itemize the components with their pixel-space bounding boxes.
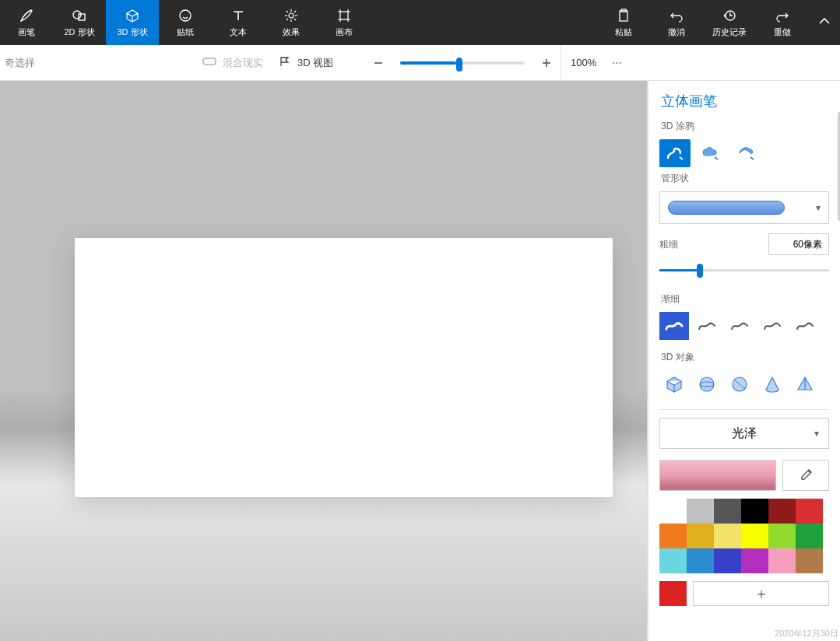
color-swatch[interactable] — [741, 524, 768, 548]
color-swatch[interactable] — [659, 524, 687, 548]
chevron-up-icon — [817, 14, 831, 31]
zoom-controls — [371, 55, 554, 71]
add-color-button[interactable]: ＋ — [693, 581, 829, 606]
svg-point-2 — [180, 10, 191, 21]
color-swatch[interactable] — [796, 548, 823, 573]
date-watermark: 2020年12月30日 — [773, 626, 840, 641]
secondary-bar: 奇选择 混合现实 3D 视图 100% ⋯ — [0, 45, 840, 81]
taper-wave[interactable] — [790, 312, 820, 340]
cloud-brush-tile[interactable] — [695, 139, 726, 167]
color-swatch[interactable] — [687, 524, 714, 548]
tab-effects[interactable]: 效果 — [265, 0, 318, 45]
zoom-slider[interactable] — [400, 61, 525, 65]
svg-line-20 — [715, 157, 718, 159]
color-swatch[interactable] — [796, 524, 823, 548]
ribbon-brush-tile[interactable] — [731, 139, 762, 167]
flag-icon — [279, 55, 291, 70]
tab-3d-shapes[interactable]: 3D 形状 — [106, 0, 159, 45]
svg-point-0 — [73, 11, 81, 19]
select-label: 奇选择 — [5, 56, 35, 70]
view-3d-button[interactable]: 3D 视图 — [279, 55, 333, 70]
material-select[interactable]: 光泽 ▾ — [659, 418, 829, 449]
canvas-viewport[interactable] — [0, 81, 647, 641]
hemisphere-tile[interactable] — [725, 370, 754, 398]
cube-tile[interactable] — [659, 370, 689, 398]
effects-icon — [283, 8, 299, 23]
main-area: 立体画笔 3D 涂鸦 管形状 ▾ 粗细 渐细 3D 对象 — [0, 81, 840, 641]
collapse-panel-button[interactable] — [809, 0, 840, 45]
svg-line-11 — [286, 19, 288, 20]
zoom-out-button[interactable] — [371, 55, 386, 71]
chevron-down-icon: ▾ — [816, 202, 821, 213]
taper-start[interactable] — [692, 312, 722, 340]
cone-tile[interactable] — [757, 370, 787, 398]
taper-end[interactable] — [725, 312, 754, 340]
active-color-swatch[interactable] — [659, 581, 687, 606]
redo-icon — [775, 8, 790, 23]
mixed-reality-icon — [202, 56, 216, 69]
color-swatch[interactable] — [687, 499, 714, 524]
color-swatch[interactable] — [714, 524, 741, 548]
svg-point-3 — [289, 13, 293, 18]
material-label: 光泽 — [732, 426, 757, 442]
pyramid-tile[interactable] — [790, 370, 820, 398]
obj3d-label: 3D 对象 — [661, 351, 829, 364]
history-button[interactable]: 历史记录 — [703, 0, 756, 45]
top-toolbar: 画笔 2D 形状 3D 形状 贴纸 文本 效果 画布 粘贴 撤消 历史记录 重做 — [0, 0, 840, 45]
view3d-label: 3D 视图 — [297, 56, 333, 70]
color-swatch[interactable] — [687, 548, 714, 573]
text-icon — [230, 8, 246, 23]
taper-none[interactable] — [659, 312, 689, 340]
color-swatch[interactable] — [768, 548, 796, 573]
undo-icon — [669, 8, 684, 23]
tab-text[interactable]: 文本 — [212, 0, 265, 45]
color-swatch[interactable] — [768, 499, 796, 524]
color-swatch[interactable] — [796, 499, 823, 524]
svg-line-8 — [286, 11, 288, 12]
tube-shape-label: 管形状 — [661, 172, 829, 185]
paste-icon — [616, 8, 631, 23]
current-color-preview[interactable] — [659, 460, 776, 491]
canvas[interactable] — [75, 238, 613, 497]
svg-line-9 — [294, 19, 296, 20]
svg-rect-13 — [620, 11, 627, 21]
mixed-reality-button[interactable]: 混合现实 — [202, 56, 263, 70]
tube-brush-tile[interactable] — [659, 139, 691, 167]
more-menu-button[interactable]: ⋯ — [606, 57, 627, 68]
button-label: 历史记录 — [712, 26, 747, 38]
svg-line-21 — [750, 157, 754, 159]
taper-label: 渐细 — [661, 292, 829, 306]
brush-icon — [19, 8, 34, 23]
tab-label: 3D 形状 — [117, 26, 147, 38]
undo-button[interactable]: 撤消 — [650, 0, 703, 45]
color-swatch[interactable] — [741, 499, 768, 524]
color-swatch[interactable] — [714, 499, 741, 524]
zoom-in-button[interactable] — [539, 55, 554, 71]
color-swatch[interactable] — [659, 548, 687, 573]
thickness-slider[interactable] — [659, 263, 829, 278]
tab-brush[interactable]: 画笔 — [0, 0, 53, 45]
paste-button[interactable]: 粘贴 — [597, 0, 650, 45]
tab-2d-shapes[interactable]: 2D 形状 — [53, 0, 106, 45]
button-label: 重做 — [774, 26, 791, 38]
tube-shape-select[interactable]: ▾ — [659, 191, 829, 224]
color-swatch[interactable] — [714, 548, 741, 573]
taper-both[interactable] — [757, 312, 787, 340]
tab-stickers[interactable]: 贴纸 — [159, 0, 212, 45]
thickness-input[interactable] — [768, 233, 829, 255]
color-swatch[interactable] — [741, 548, 768, 573]
sphere-tile[interactable] — [692, 370, 722, 398]
shapes2d-icon — [72, 8, 87, 23]
graffiti-row — [659, 139, 829, 167]
history-icon — [722, 8, 737, 23]
color-swatch[interactable] — [768, 524, 796, 548]
color-swatch[interactable] — [659, 499, 687, 524]
tab-canvas[interactable]: 画布 — [318, 0, 371, 45]
cube-icon — [125, 8, 140, 23]
tab-label: 画笔 — [18, 26, 35, 38]
zoom-value[interactable]: 100% — [561, 45, 606, 81]
thickness-label: 粗细 — [659, 238, 678, 251]
eyedropper-button[interactable] — [782, 460, 829, 491]
redo-button[interactable]: 重做 — [756, 0, 809, 45]
svg-point-22 — [700, 377, 714, 391]
